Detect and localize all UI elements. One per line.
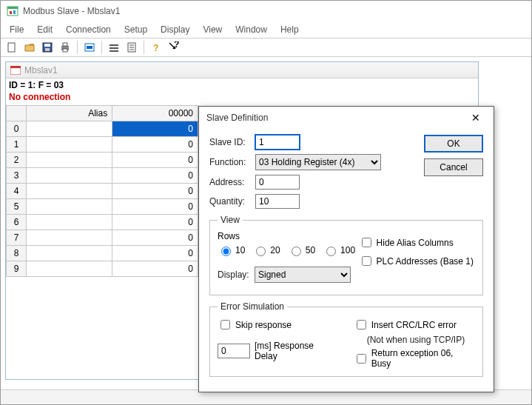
response-delay-input[interactable] xyxy=(218,344,250,358)
new-icon[interactable] xyxy=(4,39,20,56)
svg-rect-12 xyxy=(87,46,92,49)
menu-edit[interactable]: Edit xyxy=(31,23,58,36)
rows-10-radio[interactable]: 10 xyxy=(218,244,245,256)
connect-icon[interactable] xyxy=(81,39,98,56)
report-icon[interactable] xyxy=(124,39,140,56)
cell-value[interactable]: 0 xyxy=(112,137,198,153)
table-row[interactable]: 20 xyxy=(7,153,198,168)
cell-alias[interactable] xyxy=(27,168,112,184)
table-row[interactable]: 00 xyxy=(7,121,198,137)
cell-value[interactable]: 0 xyxy=(112,246,198,261)
open-icon[interactable] xyxy=(21,39,38,56)
hide-alias-checkbox[interactable]: Hide Alias Columns xyxy=(359,235,474,250)
help-icon[interactable]: ? xyxy=(148,39,164,56)
error-simulation-group: Error Simulation Skip response [ms] Resp… xyxy=(209,301,483,377)
cell-alias[interactable] xyxy=(27,246,112,261)
cell-value[interactable]: 0 xyxy=(112,199,198,215)
svg-rect-4 xyxy=(8,43,15,52)
svg-text:?: ? xyxy=(174,41,179,50)
child-title: Mbslav1 xyxy=(24,65,58,76)
function-label: Function: xyxy=(209,157,255,167)
register-grid[interactable]: Alias 00000 00 10 20 30 40 50 60 70 80 9… xyxy=(6,105,198,277)
display-label: Display: xyxy=(218,270,255,280)
dialog-title: Slave Definition xyxy=(206,113,268,123)
svg-text:?: ? xyxy=(153,43,158,53)
cell-alias[interactable] xyxy=(27,215,112,230)
view-group: View Rows 10 20 50 100 Hide Alias Column… xyxy=(209,215,483,295)
table-row[interactable]: 50 xyxy=(7,199,198,215)
menu-help[interactable]: Help xyxy=(275,23,305,36)
close-icon[interactable]: ✕ xyxy=(465,110,486,125)
dialog-buttons: OK Cancel xyxy=(424,135,483,176)
cell-value[interactable]: 0 xyxy=(112,230,198,246)
rows-100-radio[interactable]: 100 xyxy=(323,244,355,256)
app-title: Modbus Slave - Mbslav1 xyxy=(23,6,120,16)
skip-response-checkbox[interactable]: Skip response xyxy=(218,318,339,332)
menu-view[interactable]: View xyxy=(197,23,228,36)
col-value[interactable]: 00000 xyxy=(112,106,198,121)
svg-rect-15 xyxy=(110,50,118,52)
table-row[interactable]: 90 xyxy=(7,261,198,277)
table-row[interactable]: 10 xyxy=(7,137,198,153)
address-label: Address: xyxy=(209,177,255,187)
cell-value[interactable]: 0 xyxy=(112,261,198,277)
plc-addresses-checkbox[interactable]: PLC Addresses (Base 1) xyxy=(359,254,474,268)
rows-20-radio[interactable]: 20 xyxy=(252,244,280,256)
cell-value[interactable]: 0 xyxy=(112,184,198,199)
quantity-label: Quantity: xyxy=(209,196,255,207)
svg-rect-2 xyxy=(10,11,12,14)
svg-rect-7 xyxy=(45,48,50,51)
setup-icon[interactable] xyxy=(106,39,122,56)
context-help-icon[interactable]: ? xyxy=(166,39,182,56)
print-icon[interactable] xyxy=(57,39,73,56)
cancel-button[interactable]: Cancel xyxy=(424,158,483,176)
row-index: 7 xyxy=(7,230,27,246)
return-exception-checkbox[interactable]: Return exception 06, Busy xyxy=(354,348,475,369)
cell-alias[interactable] xyxy=(27,230,112,246)
cell-alias[interactable] xyxy=(27,153,112,168)
insert-crc-checkbox[interactable]: Insert CRC/LRC error xyxy=(354,318,475,332)
cell-alias[interactable] xyxy=(27,137,112,153)
cell-value[interactable]: 0 xyxy=(112,215,198,230)
address-input[interactable] xyxy=(255,175,300,190)
dialog-titlebar[interactable]: Slave Definition ✕ xyxy=(199,107,494,129)
menu-connection[interactable]: Connection xyxy=(60,23,117,36)
rows-50-radio[interactable]: 50 xyxy=(288,244,315,256)
menu-display[interactable]: Display xyxy=(155,23,195,36)
display-select[interactable]: Signed xyxy=(255,267,351,283)
table-row[interactable]: 40 xyxy=(7,184,198,199)
slave-id-input[interactable] xyxy=(255,135,300,150)
table-row[interactable]: 30 xyxy=(7,168,198,184)
row-index: 5 xyxy=(7,199,27,215)
menu-window[interactable]: Window xyxy=(229,23,273,36)
svg-rect-1 xyxy=(7,7,18,9)
titlebar: Modbus Slave - Mbslav1 xyxy=(1,1,531,21)
table-row[interactable]: 70 xyxy=(7,230,198,246)
svg-rect-3 xyxy=(13,10,16,14)
menu-setup[interactable]: Setup xyxy=(118,23,153,36)
toolbar: ? ? xyxy=(1,38,531,57)
cell-alias[interactable] xyxy=(27,121,112,137)
cell-value[interactable]: 0 xyxy=(112,168,198,184)
save-icon[interactable] xyxy=(39,39,55,56)
cell-value[interactable]: 0 xyxy=(112,153,198,168)
col-alias[interactable]: Alias xyxy=(27,106,112,121)
cell-value[interactable]: 0 xyxy=(112,121,198,137)
function-select[interactable]: 03 Holding Register (4x) xyxy=(255,154,381,170)
row-index: 9 xyxy=(7,261,27,277)
ok-button[interactable]: OK xyxy=(424,135,483,153)
row-index: 2 xyxy=(7,153,27,168)
grid-corner xyxy=(7,106,27,121)
row-index: 6 xyxy=(7,215,27,230)
cell-alias[interactable] xyxy=(27,184,112,199)
child-titlebar[interactable]: Mbslav1 xyxy=(6,62,478,78)
menubar: File Edit Connection Setup Display View … xyxy=(1,21,531,38)
table-row[interactable]: 80 xyxy=(7,246,198,261)
quantity-input[interactable] xyxy=(255,194,300,209)
no-connection-label: No connection xyxy=(6,92,478,105)
cell-alias[interactable] xyxy=(27,261,112,277)
table-row[interactable]: 60 xyxy=(7,215,198,230)
menu-file[interactable]: File xyxy=(4,23,30,36)
cell-alias[interactable] xyxy=(27,199,112,215)
insert-crc-note: (Not when using TCP/IP) xyxy=(354,335,475,345)
